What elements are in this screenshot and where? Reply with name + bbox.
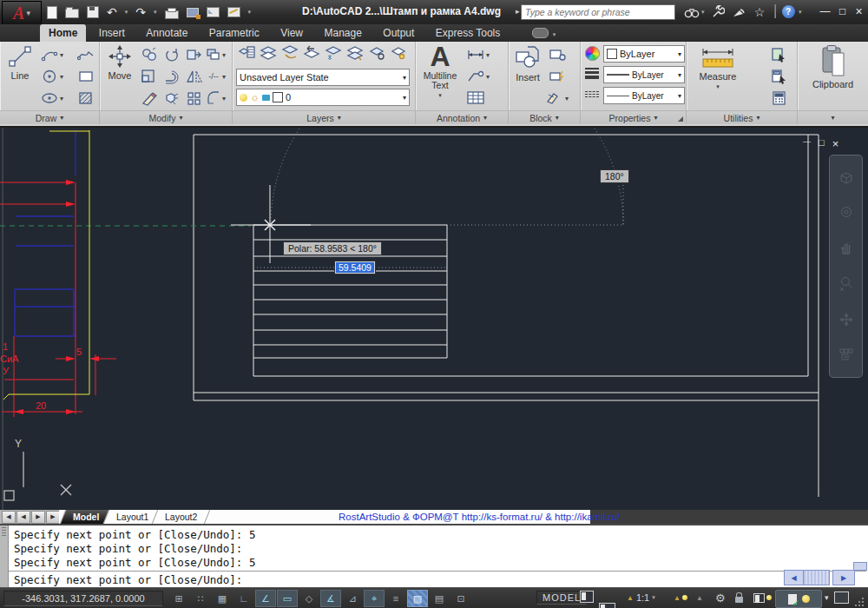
tab-home[interactable]: Home [40, 24, 86, 42]
layer-isolate-icon[interactable] [279, 44, 299, 62]
utilities-panel-label[interactable]: Utilities▾ [687, 110, 797, 124]
modify-panel-label[interactable]: Modify▾ [100, 110, 232, 124]
hardware-acceleration-icon[interactable] [788, 594, 797, 605]
lineweight-icon[interactable] [585, 68, 599, 79]
tab-model[interactable]: Model [62, 510, 109, 524]
copy-button[interactable] [140, 46, 159, 63]
object-snap-tracking-toggle[interactable]: ∡ [320, 590, 341, 607]
command-prompt-line[interactable]: Specify next point or [Close/Undo]: [14, 573, 242, 586]
properties-icon[interactable] [187, 8, 199, 17]
insert-button[interactable]: Insert [510, 44, 545, 83]
save-icon[interactable] [87, 6, 99, 18]
drafting-tool-icon[interactable] [207, 7, 220, 17]
help-caret-icon[interactable]: ▾ [799, 9, 802, 16]
dynamic-input-toggle[interactable]: ⌖ [364, 590, 385, 607]
stretch-button[interactable] [185, 46, 204, 63]
qat-customize-icon[interactable]: ▾ [248, 9, 252, 16]
next-layout-button[interactable]: ▶ [31, 511, 45, 524]
tab-layout2[interactable]: Layout2 [155, 510, 207, 524]
first-layout-button[interactable]: ◀ [2, 511, 16, 524]
quick-select-button[interactable] [770, 46, 789, 63]
tab-view[interactable]: View [272, 24, 312, 42]
command-scroll-left-button[interactable]: ◀ [784, 570, 804, 585]
lineweight-dropdown[interactable]: ByLayer ▾ [603, 66, 685, 83]
plot-icon[interactable] [165, 10, 179, 19]
quick-properties-toggle[interactable]: ▤ [429, 590, 450, 607]
maximize-button[interactable]: □ [835, 4, 850, 18]
redo-icon[interactable]: ↷ [135, 6, 146, 18]
workspace-gear-icon[interactable]: ⚙ [715, 591, 726, 605]
current-layer-dropdown[interactable]: ☼ 0 ▾ [236, 89, 410, 106]
ellipse-dropdown[interactable]: ▾ [40, 89, 63, 107]
multiline-text-button[interactable]: A Multiline Text ▾ [418, 43, 462, 99]
rotate-button[interactable] [162, 46, 181, 63]
layer-off-icon[interactable] [388, 44, 408, 62]
hatch-button[interactable] [76, 89, 95, 107]
overlap-order-dropdown[interactable]: ▾ [206, 46, 226, 63]
clean-screen-icon[interactable] [834, 591, 849, 605]
layer-lock-icon[interactable] [345, 44, 365, 62]
prev-layout-button[interactable]: ◀ [16, 511, 30, 524]
drawing-minimize-button[interactable]: — [803, 137, 811, 150]
isolate-objects-bulb-icon[interactable] [802, 595, 810, 603]
tab-express-tools[interactable]: Express Tools [427, 24, 509, 42]
panel-dialog-launcher-icon[interactable] [678, 116, 683, 122]
offset-button[interactable] [162, 68, 181, 85]
last-layout-button[interactable]: ▶ [46, 511, 60, 524]
explode-button[interactable] [162, 89, 181, 107]
command-scroll-right-button[interactable]: ▶ [832, 570, 855, 585]
search-options-caret-icon[interactable]: ▾ [701, 9, 705, 16]
fillet-dropdown[interactable]: ▾ [206, 89, 226, 107]
dynamic-input-field[interactable]: 59.5409 [335, 261, 375, 274]
status-menu-caret-icon[interactable]: ▾ [825, 591, 829, 605]
steering-wheel-icon[interactable] [838, 312, 854, 327]
ribbon-minimize-pill-icon[interactable] [532, 28, 549, 38]
3d-object-snap-toggle[interactable]: ◇ [299, 590, 319, 607]
block-editor-dropdown[interactable]: ▾ [545, 89, 569, 107]
help-icon[interactable]: ? [780, 3, 796, 20]
ortho-mode-toggle[interactable]: ∟ [233, 590, 254, 607]
viewcube-icon[interactable] [838, 171, 854, 185]
array-button[interactable] [185, 89, 204, 107]
measure-button[interactable]: Measure ▾ [692, 47, 744, 90]
create-block-button[interactable] [549, 46, 568, 63]
zoom-icon[interactable] [838, 275, 854, 291]
drawing-close-button[interactable]: × [832, 137, 839, 150]
erase-button[interactable] [140, 89, 159, 107]
dimension-dropdown[interactable]: ▾ [466, 46, 490, 63]
edit-attribute-button[interactable] [549, 68, 568, 85]
pan-hand-icon[interactable] [838, 240, 854, 255]
resize-grip[interactable] [855, 596, 865, 606]
arc-dropdown[interactable]: ▾ [40, 46, 63, 63]
toolbar-lock-icon[interactable] [735, 591, 743, 605]
polar-tracking-toggle[interactable]: ∠ [255, 590, 276, 607]
transparency-toggle[interactable]: ▨ [407, 590, 428, 607]
search-binoculars-icon[interactable] [684, 3, 700, 20]
tab-annotate[interactable]: Annotate [137, 24, 196, 42]
showmotion-icon[interactable] [838, 347, 854, 361]
paste-button[interactable]: Clipboard [798, 44, 868, 89]
tab-output[interactable]: Output [374, 24, 423, 42]
annotation-scale-button[interactable]: ▲ 1:1 ▾ [627, 591, 655, 605]
infocenter-search-input[interactable] [521, 4, 675, 20]
polyline-button[interactable] [76, 46, 95, 63]
rectangle-button[interactable] [76, 68, 95, 85]
scale-button[interactable] [140, 68, 159, 85]
move-button[interactable]: Move [103, 44, 136, 81]
layers-panel-label[interactable]: Layers▾ [233, 110, 415, 124]
tab-insert[interactable]: Insert [90, 24, 134, 42]
tab-manage[interactable]: Manage [315, 24, 370, 42]
line-button[interactable]: Line [3, 44, 36, 81]
quick-view-layouts-icon[interactable] [580, 591, 594, 603]
annotation-visibility-button[interactable]: ▲ [674, 591, 687, 605]
command-window[interactable]: Specify next point or [Close/Undo]: 5 Sp… [0, 524, 868, 587]
autoscale-icon[interactable]: ▲ [696, 591, 703, 605]
quick-calc-button[interactable] [770, 68, 789, 85]
coordinates-display[interactable]: -346.3031, 317.2687, 0.0000 [3, 591, 163, 606]
snap-mode-toggle[interactable]: ∷ [190, 590, 211, 607]
leader-dropdown[interactable]: ▾ [466, 68, 490, 85]
linetype-dropdown[interactable]: ByLayer ▾ [603, 87, 685, 104]
trim-dropdown[interactable]: -/-- ▾ [206, 68, 226, 85]
tab-parametric[interactable]: Parametric [201, 24, 268, 42]
communication-center-icon[interactable] [731, 3, 746, 20]
